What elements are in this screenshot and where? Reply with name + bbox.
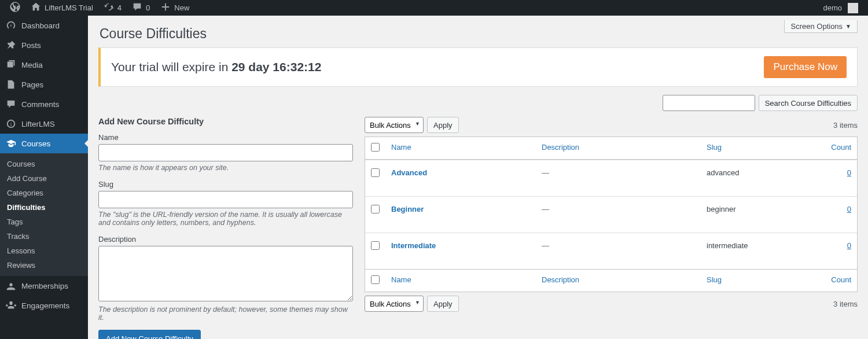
slug-input[interactable] <box>98 191 353 208</box>
engagements-icon <box>6 300 16 311</box>
slug-label: Slug <box>98 180 353 189</box>
apply-button-top[interactable]: Apply <box>427 117 459 133</box>
sidebar-item-comments[interactable]: Comments <box>0 94 88 114</box>
trial-prefix: Your trial will expire in <box>111 60 231 73</box>
submenu-item-tracks[interactable]: Tracks <box>0 229 88 244</box>
avatar <box>848 3 858 13</box>
column-slug[interactable]: Slug <box>707 275 722 284</box>
comments-link[interactable]: 0 <box>127 0 155 16</box>
column-description[interactable]: Description <box>542 143 579 152</box>
sidebar-item-memberships[interactable]: Memberships <box>0 276 88 296</box>
sidebar-item-label: Courses <box>21 139 50 148</box>
svg-text:i: i <box>10 121 12 127</box>
apply-button-bottom[interactable]: Apply <box>427 296 459 312</box>
table-row: Beginner — beginner 0 <box>365 196 857 233</box>
pages-icon <box>6 79 16 90</box>
comment-icon <box>132 2 142 14</box>
sidebar-item-posts[interactable]: Posts <box>0 35 88 55</box>
table-row: Advanced — advanced 0 <box>365 160 857 196</box>
purchase-button[interactable]: Purchase Now <box>764 56 847 78</box>
trial-text: Your trial will expire in 29 day 16:32:1… <box>111 60 321 74</box>
row-slug: beginner <box>701 196 816 233</box>
slug-desc: The "slug" is the URL-friendly version o… <box>98 211 353 227</box>
pin-icon <box>6 40 16 50</box>
row-checkbox[interactable] <box>371 205 380 213</box>
submenu-item-courses[interactable]: Courses <box>0 157 88 171</box>
sidebar-item-label: Engagements <box>21 301 69 310</box>
site-link[interactable]: LifterLMS Trial <box>25 0 98 16</box>
chevron-down-icon: ▼ <box>845 23 851 30</box>
admin-menu: Dashboard Posts Media Pages Comments i L… <box>0 16 88 339</box>
page-title: Course Difficulties <box>88 16 868 47</box>
submenu-item-categories[interactable]: Categories <box>0 186 88 200</box>
name-desc: The name is how it appears on your site. <box>98 164 353 172</box>
plus-icon <box>160 2 171 14</box>
memberships-icon <box>6 281 16 291</box>
column-description[interactable]: Description <box>542 275 579 284</box>
sidebar-item-label: Dashboard <box>21 21 60 30</box>
sidebar-item-engagements[interactable]: Engagements <box>0 296 88 315</box>
item-count-bottom: 3 items <box>833 300 858 308</box>
user-label: demo <box>823 3 842 12</box>
select-all-top[interactable] <box>371 143 380 152</box>
name-label: Name <box>98 133 353 142</box>
submenu-item-difficulties[interactable]: Difficulties <box>0 200 88 215</box>
sidebar-item-lifterlms[interactable]: i LifterLMS <box>0 114 88 134</box>
admin-bar: LifterLMS Trial 4 0 New demo <box>0 0 868 16</box>
row-count[interactable]: 0 <box>847 168 851 177</box>
column-slug[interactable]: Slug <box>707 143 722 152</box>
updates-link[interactable]: 4 <box>98 0 127 16</box>
row-title[interactable]: Intermediate <box>391 241 436 250</box>
row-title[interactable]: Beginner <box>391 205 424 213</box>
wp-logo-icon[interactable] <box>5 0 25 16</box>
media-icon <box>6 60 16 70</box>
sidebar-item-label: Media <box>21 61 43 69</box>
description-input[interactable] <box>98 246 353 301</box>
row-checkbox[interactable] <box>371 168 380 177</box>
row-checkbox[interactable] <box>371 241 380 250</box>
comments-icon <box>6 99 16 109</box>
description-label: Description <box>98 235 353 244</box>
sidebar-item-media[interactable]: Media <box>0 55 88 75</box>
row-count[interactable]: 0 <box>847 205 851 213</box>
sidebar-item-label: LifterLMS <box>21 120 55 128</box>
sidebar-item-pages[interactable]: Pages <box>0 75 88 94</box>
sidebar-item-dashboard[interactable]: Dashboard <box>0 16 88 35</box>
column-count[interactable]: Count <box>831 143 851 152</box>
column-name[interactable]: Name <box>391 143 411 152</box>
screen-options-tab[interactable]: Screen Options ▼ <box>784 20 858 33</box>
comments-count: 0 <box>146 3 150 12</box>
row-title[interactable]: Advanced <box>391 168 427 177</box>
submenu-item-lessons[interactable]: Lessons <box>0 244 88 258</box>
search-button[interactable]: Search Course Difficulties <box>759 95 858 111</box>
site-title: LifterLMS Trial <box>45 3 93 12</box>
submenu-item-addcourse[interactable]: Add Course <box>0 171 88 186</box>
row-count[interactable]: 0 <box>847 241 851 250</box>
new-label: New <box>174 3 189 12</box>
name-input[interactable] <box>98 144 353 161</box>
sidebar-item-label: Posts <box>21 41 41 50</box>
dashboard-icon <box>6 20 16 31</box>
screen-options-label: Screen Options <box>790 22 843 31</box>
bulk-action-select-bottom[interactable]: Bulk Actions <box>365 296 424 312</box>
column-name[interactable]: Name <box>391 275 411 284</box>
lifterlms-icon: i <box>6 119 16 129</box>
cap-icon <box>6 138 16 149</box>
submenu-item-reviews[interactable]: Reviews <box>0 258 88 272</box>
description-desc: The description is not prominent by defa… <box>98 305 353 322</box>
courses-submenu: Courses Add Course Categories Difficulti… <box>0 153 88 276</box>
select-all-bottom[interactable] <box>371 275 380 284</box>
submit-button[interactable]: Add New Course Difficulty <box>98 330 201 339</box>
row-description: — <box>542 241 549 250</box>
search-input[interactable] <box>663 95 755 111</box>
trial-banner: Your trial will expire in 29 day 16:32:1… <box>98 47 858 87</box>
sidebar-item-courses[interactable]: Courses <box>0 134 88 153</box>
home-icon <box>31 2 41 14</box>
user-menu[interactable]: demo <box>818 0 863 16</box>
new-link[interactable]: New <box>155 0 194 16</box>
row-description: — <box>542 168 549 177</box>
column-count[interactable]: Count <box>831 275 851 284</box>
submenu-item-tags[interactable]: Tags <box>0 215 88 229</box>
bulk-action-select-top[interactable]: Bulk Actions <box>365 117 424 133</box>
item-count-top: 3 items <box>833 121 858 130</box>
